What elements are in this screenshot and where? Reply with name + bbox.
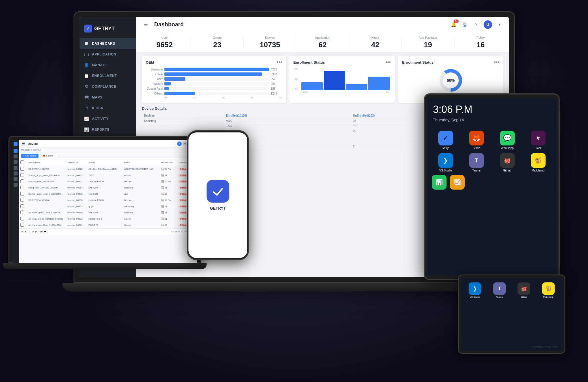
enrollment-bar-area: 12K 8K 4K xyxy=(293,68,391,94)
rss-icon[interactable]: 📡 xyxy=(461,21,469,29)
fg-device-icon: 💻 xyxy=(22,142,25,145)
sidebar-item-enrollment[interactable]: 📋 ENROLLMENT xyxy=(80,70,136,81)
bar-track-wishtel xyxy=(164,82,269,85)
small-app-vsstudio[interactable]: ❯ VS Studio xyxy=(464,282,486,298)
page-size-select[interactable]: 10 xyxy=(39,230,48,233)
stat-policy: Policy 16 xyxy=(458,36,503,49)
oem-chart-menu[interactable]: ••• xyxy=(277,60,282,65)
mini-sidebar-item-3[interactable] xyxy=(14,160,18,164)
col-alias[interactable]: Alias name xyxy=(27,159,65,166)
row-checkbox[interactable] xyxy=(20,167,24,171)
bar-value-lenovo: 3950 xyxy=(271,73,282,76)
application-icon: ⋮⋮ xyxy=(84,52,89,57)
row-checkbox[interactable] xyxy=(20,186,24,189)
mini-sidebar-item-2[interactable] xyxy=(14,154,18,158)
app-teams[interactable]: T Teams xyxy=(463,153,490,172)
sidebar-item-activity[interactable]: 📈 ACTIVITY xyxy=(80,113,136,124)
sidebar-item-maps[interactable]: 🗺 MAPS xyxy=(80,92,136,103)
app-extra-1[interactable]: 📊 xyxy=(432,175,447,190)
sidebar-item-compliance[interactable]: 🛡 COMPLIANCE xyxy=(80,81,136,92)
page-next[interactable]: ▶ xyxy=(33,230,34,233)
app-getryt[interactable]: ✓ Getryt xyxy=(432,131,459,150)
export-button[interactable]: 📤 Export xyxy=(40,154,55,158)
oem-chart-header: OEM ••• xyxy=(146,60,282,65)
fg-topbar-icon-1[interactable]: ⤢ xyxy=(177,141,182,146)
row-checkbox[interactable] xyxy=(20,192,24,196)
sidebar-label-activity: ACTIVITY xyxy=(92,117,109,121)
small-github-label: Github xyxy=(520,296,527,298)
sidebar-item-kiosk[interactable]: 📱 KIOSK xyxy=(80,103,136,113)
app-slack[interactable]: # Slack xyxy=(524,131,552,150)
app-mailchimp[interactable]: 🐒 Mailchimp xyxy=(524,153,552,172)
enrollment-chart-2-menu[interactable]: ••• xyxy=(494,60,499,65)
page-prev[interactable]: ◀ xyxy=(24,230,26,233)
table-row: DESKTOP-V680GL8 rotomac_00396 Latitude E… xyxy=(19,197,197,203)
whatsapp-label: Whatsapp xyxy=(501,147,514,150)
app-github[interactable]: 🐙 Github xyxy=(493,153,521,172)
sidebar-item-reports[interactable]: 📊 REPORTS xyxy=(80,124,136,135)
status-badge: Offline xyxy=(179,174,188,177)
stat-device: Device 10735 xyxy=(247,36,293,49)
bar-label-wishtel: Wishtel xyxy=(146,82,163,85)
stat-group: Group 23 xyxy=(194,36,240,49)
stat-application: Application 62 xyxy=(300,36,345,49)
row-checkbox[interactable] xyxy=(20,223,24,227)
sidebar-item-dashboard[interactable]: ⊞ DASHBOARD xyxy=(80,38,136,49)
tablet-time: 3:06 P.M xyxy=(427,98,556,118)
col-make[interactable]: Make xyxy=(123,159,160,166)
small-app-github[interactable]: 🐙 Github xyxy=(513,282,535,298)
page-last[interactable]: ▶| xyxy=(35,230,38,233)
phone-logo-svg xyxy=(211,184,225,198)
mini-sidebar-item-4[interactable] xyxy=(14,166,18,170)
stats-row: User 9652 Group 23 Device 10735 xyxy=(136,32,509,52)
slack-label: Slack xyxy=(535,147,541,150)
bar-fill-wishtel xyxy=(164,82,171,85)
search-input[interactable] xyxy=(57,154,187,158)
mini-sidebar-item-1[interactable] xyxy=(14,149,18,153)
mini-sidebar-item-6[interactable] xyxy=(14,177,18,181)
row-checkbox[interactable] xyxy=(20,179,24,183)
mini-sidebar-item-5[interactable] xyxy=(14,171,18,175)
bar-track-samsung xyxy=(164,68,269,71)
help-icon[interactable]: ? xyxy=(472,21,480,29)
select-all[interactable] xyxy=(20,160,24,164)
app-extra-2[interactable]: 📈 xyxy=(450,175,465,190)
topbar-icons: 🔔 8+ 📡 ? U ▾ xyxy=(450,20,503,29)
app-vsstudio[interactable]: ❯ VS Studio xyxy=(432,153,459,172)
avatar[interactable]: U xyxy=(484,20,492,29)
device-table-header: Alias name Custom id Model Make OS versi… xyxy=(19,159,197,166)
stat-application-label: Application xyxy=(315,36,330,39)
row-checkbox[interactable] xyxy=(20,173,24,177)
donut-area: 60% xyxy=(402,68,499,93)
bar-fill-acer xyxy=(164,77,185,81)
dropdown-icon[interactable]: ▾ xyxy=(495,21,503,29)
sidebar-item-manage[interactable]: 👤 MANAGE xyxy=(80,60,136,70)
topbar: ☰ Dashboard 🔔 8+ 📡 ? U ▾ xyxy=(136,17,509,32)
row-checkbox[interactable] xyxy=(20,217,24,220)
mini-sidebar-item-7[interactable] xyxy=(14,183,18,187)
col-os[interactable]: OS version xyxy=(160,159,177,166)
menu-icon[interactable]: ☰ xyxy=(142,21,150,29)
col-model[interactable]: Model xyxy=(87,159,123,166)
small-app-teams[interactable]: T Teams xyxy=(489,282,510,298)
row-checkbox[interactable] xyxy=(20,204,24,208)
row-checkbox[interactable] xyxy=(20,211,24,214)
col-enrolled[interactable]: Enrolled(10110) xyxy=(224,113,351,119)
mini-sidebar xyxy=(12,140,19,268)
page-num[interactable]: 1 xyxy=(27,230,31,233)
enrollment-chart-1-menu[interactable]: ••• xyxy=(385,60,391,65)
notification-icon[interactable]: 🔔 8+ xyxy=(450,21,458,29)
add-device-button[interactable]: + Add device xyxy=(21,154,38,158)
enrollment-x-axis: 10110 931 xyxy=(300,90,391,94)
small-app-mailchimp[interactable]: 🐒 Mailchimp xyxy=(538,282,559,298)
bar-fill-lenovo xyxy=(164,72,262,76)
sidebar-item-application[interactable]: ⋮⋮ APPLICATION xyxy=(80,49,136,60)
maps-icon: 🗺 xyxy=(84,95,89,100)
page-first[interactable]: |◀ xyxy=(21,230,23,233)
app-whatsapp[interactable]: 💬 Whatsapp xyxy=(493,131,521,150)
stat-user: User 9652 xyxy=(142,36,187,49)
col-customid[interactable]: Custom id xyxy=(65,159,87,166)
row-checkbox[interactable] xyxy=(20,198,24,202)
app-gitlab[interactable]: 🦊 Gitlab xyxy=(463,131,490,150)
phone-body: GETRYT xyxy=(187,130,249,260)
